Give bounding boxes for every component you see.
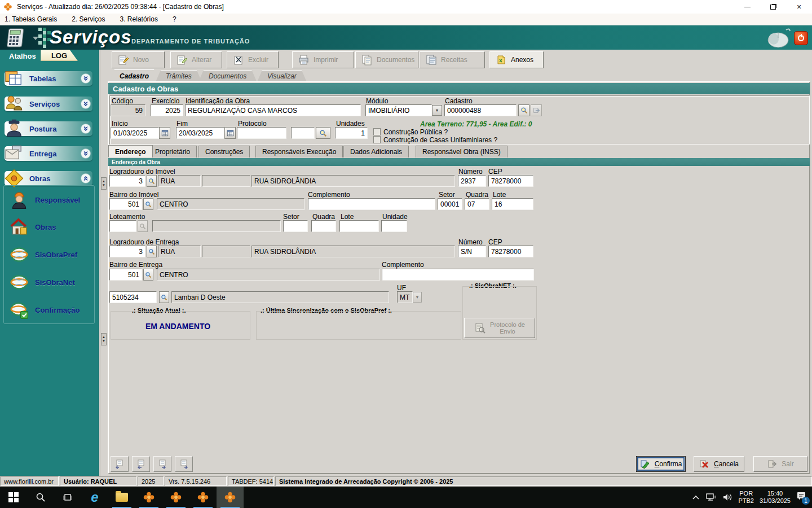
menu-servicos[interactable]: 2. Serviços	[72, 15, 105, 23]
receitas-button[interactable]: Receitas	[420, 51, 485, 68]
subtab-construcoes[interactable]: Construções	[198, 146, 250, 157]
sidebar-group-tabelas[interactable]: Tabelas	[5, 71, 92, 86]
chevron-down-icon[interactable]	[81, 149, 90, 158]
clock[interactable]: 15:4031/03/2025	[760, 490, 791, 505]
chevron-down-icon[interactable]	[81, 124, 90, 133]
confirma-button[interactable]: Confirma	[636, 456, 686, 472]
protocolo-envio-button[interactable]: Protocolo deEnvio	[464, 318, 535, 338]
language-indicator[interactable]: PORPTB2	[738, 490, 754, 505]
sidebar-group-entrega[interactable]: Entrega	[5, 146, 92, 161]
close-button[interactable]: ×	[786, 0, 812, 14]
logradouro-entrega-search-button[interactable]	[147, 246, 157, 257]
banner-exit-button[interactable]	[794, 31, 808, 45]
entrega-numero-field[interactable]: S/N	[458, 246, 486, 257]
anexos-button[interactable]: Anexos	[489, 51, 544, 68]
menu-help[interactable]: ?	[173, 15, 176, 23]
protocolo-field-2[interactable]	[291, 127, 315, 139]
alterar-button[interactable]: Alterar	[170, 51, 222, 68]
subtab-responsavel-obra-inss[interactable]: Responsável Obra (INSS)	[416, 146, 508, 157]
tray-expand-icon[interactable]	[692, 494, 700, 500]
inicio-calendar-button[interactable]	[159, 127, 170, 139]
modulo-dropdown-arrow[interactable]: ▼	[432, 105, 442, 116]
menu-tabelas-gerais[interactable]: 1. Tabelas Gerais	[5, 15, 57, 23]
exercicio-field[interactable]: 2025	[151, 104, 183, 116]
quadra-field[interactable]: 07	[465, 198, 489, 210]
subtab-proprietario[interactable]: Proprietário	[148, 146, 197, 157]
subtab-dados-adicionais[interactable]: Dados Adicionais	[343, 146, 409, 157]
logradouro-imovel-search-button[interactable]	[147, 175, 157, 187]
menu-relatorios[interactable]: 3. Relatórios	[120, 15, 158, 23]
bairro-imovel-codigo-field[interactable]: 501	[109, 198, 142, 210]
loteamento-search-button[interactable]	[138, 220, 148, 232]
sair-button[interactable]: Sair	[753, 456, 807, 472]
bairro-entrega-search-button[interactable]	[143, 269, 153, 281]
bairro-imovel-search-button[interactable]	[143, 198, 153, 210]
tab-tramites[interactable]: Trâmites	[156, 70, 202, 82]
taskbar-search-button[interactable]	[27, 487, 54, 508]
app-window-1-button[interactable]	[135, 487, 162, 508]
municipio-codigo-field[interactable]: 5105234	[109, 291, 157, 303]
fim-date-field[interactable]: 20/03/2025	[176, 127, 224, 139]
excluir-button[interactable]: Excluir	[227, 51, 279, 68]
app-window-2-button[interactable]	[162, 487, 189, 508]
maximize-button[interactable]	[760, 0, 786, 14]
sidebar-item-sisobrapref[interactable]: SisObraPref	[9, 243, 94, 266]
splitter-handle-top[interactable]: ▲▼	[101, 177, 107, 190]
sidebar-item-responsavel[interactable]: Responsável	[9, 189, 94, 211]
documentos-button[interactable]: Documentos	[355, 51, 418, 68]
chevron-down-icon[interactable]	[81, 74, 90, 83]
cep-field[interactable]: 78278000	[488, 175, 533, 187]
construcao-publica-checkbox[interactable]	[373, 128, 381, 135]
cadastro-goto-button[interactable]	[531, 104, 542, 116]
loteamento-lote-field[interactable]	[339, 220, 379, 232]
subtab-endereco[interactable]: Endereço	[108, 145, 153, 157]
unidades-field[interactable]: 1	[335, 127, 368, 139]
uf-dropdown-arrow[interactable]: ▼	[413, 292, 422, 303]
network-icon[interactable]	[705, 493, 717, 502]
cancela-button[interactable]: Cancela	[694, 456, 744, 472]
last-record-button[interactable]	[175, 456, 193, 472]
speaker-icon[interactable]	[722, 493, 732, 502]
tab-cadastro[interactable]: Cadastro	[109, 69, 159, 82]
app-window-3-button[interactable]	[189, 487, 217, 508]
cadastro-field[interactable]: 000000488	[444, 104, 517, 116]
loteamento-setor-field[interactable]	[283, 220, 308, 232]
inicio-date-field[interactable]: 01/03/2025	[111, 127, 159, 139]
app-window-4-button-active[interactable]	[217, 487, 244, 508]
lote-field[interactable]: 16	[492, 198, 533, 210]
loteamento-codigo-field[interactable]	[109, 220, 136, 232]
entrega-cep-field[interactable]: 78278000	[488, 246, 533, 257]
chevron-up-icon[interactable]	[81, 174, 90, 183]
next-record-button[interactable]	[153, 456, 171, 472]
numero-field[interactable]: 2937	[458, 175, 486, 187]
complemento-imovel-field[interactable]	[308, 198, 435, 210]
identificacao-field[interactable]: REGULARIZAÇÃO CASA MARCOS	[185, 104, 361, 116]
subtab-responsaveis-execucao[interactable]: Responsáveis Execução	[255, 146, 343, 157]
notification-center-button[interactable]: 1	[796, 491, 807, 503]
uf-combobox[interactable]: MT	[397, 291, 413, 303]
sidebar-item-obras[interactable]: Obras	[9, 216, 94, 238]
file-explorer-button[interactable]	[108, 487, 135, 508]
sidebar-group-servicos[interactable]: Serviços	[5, 97, 92, 111]
protocolo-search-button[interactable]	[316, 127, 330, 139]
tab-documentos[interactable]: Documentos	[198, 70, 257, 82]
imprimir-button[interactable]: Imprimir	[292, 51, 354, 68]
sidebar-group-postura[interactable]: Postura	[5, 121, 92, 136]
novo-button[interactable]: Novo	[112, 51, 165, 68]
sidebar-tab-atalhos[interactable]: Atalhos	[6, 51, 39, 62]
unidade-field[interactable]	[381, 220, 407, 232]
casas-unifamiliares-checkbox[interactable]	[373, 136, 381, 143]
cadastro-search-button[interactable]	[518, 104, 529, 116]
sidebar-splitter[interactable]: ▲▼ ▲▼	[100, 50, 107, 476]
setor-field[interactable]: 00001	[438, 198, 462, 210]
municipio-search-button[interactable]	[159, 291, 169, 303]
chevron-down-icon[interactable]	[81, 99, 90, 108]
minimize-button[interactable]	[734, 0, 760, 14]
previous-record-button[interactable]	[132, 456, 150, 472]
logradouro-entrega-codigo-field[interactable]: 3	[109, 246, 145, 257]
sidebar-group-obras[interactable]: Obras	[5, 171, 92, 186]
loteamento-quadra-field[interactable]	[311, 220, 336, 232]
internet-explorer-button[interactable]: e	[81, 487, 108, 508]
splitter-handle-bottom[interactable]: ▲▼	[101, 333, 107, 345]
fim-calendar-button[interactable]	[224, 127, 236, 139]
